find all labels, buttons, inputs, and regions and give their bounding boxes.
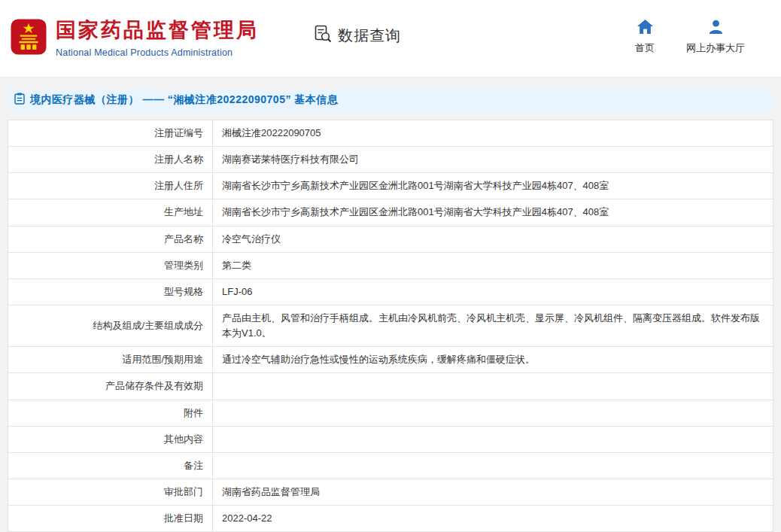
row-label: 适用范围/预期用途 bbox=[8, 347, 213, 373]
table-row: 产品储存条件及有效期 bbox=[8, 373, 773, 400]
table-row: 型号规格LFJ-06 bbox=[8, 278, 773, 305]
agency-name-en: National Medical Products Administration bbox=[56, 47, 259, 58]
row-label: 其他内容 bbox=[8, 426, 213, 452]
row-label: 生产地址 bbox=[8, 199, 213, 226]
row-value: 湖南赛诺莱特医疗科技有限公司 bbox=[213, 147, 773, 173]
row-value bbox=[213, 426, 773, 452]
row-value: 湖南省长沙市宁乡高新技术产业园区金洲北路001号湖南省大学科技产业园4栋407、… bbox=[213, 199, 773, 226]
row-value bbox=[213, 452, 773, 479]
agency-name-cn: 国家药品监督管理局 bbox=[56, 19, 259, 42]
data-query-link[interactable]: 数据查询 bbox=[313, 24, 401, 47]
row-value: 产品由主机、风管和治疗手柄组成。主机由冷风机前壳、冷风机主机壳、显示屏、冷风机组… bbox=[213, 305, 773, 346]
national-emblem-icon bbox=[11, 19, 47, 55]
info-table: 注册证编号湘械注准20222090705注册人名称湖南赛诺莱特医疗科技有限公司注… bbox=[8, 120, 773, 532]
row-label: 注册人名称 bbox=[8, 147, 213, 173]
table-row: 生产地址湖南省长沙市宁乡高新技术产业园区金洲北路001号湖南省大学科技产业园4栋… bbox=[8, 199, 773, 226]
page-title-bar: 境内医疗器械（注册） —— “湘械注准20222090705” 基本信息 bbox=[8, 90, 773, 111]
agency-brand: 国家药品监督管理局 National Medical Products Admi… bbox=[56, 19, 259, 57]
table-row: 注册证编号湘械注准20222090705 bbox=[8, 120, 773, 147]
home-icon bbox=[637, 20, 653, 37]
row-label: 产品名称 bbox=[8, 226, 213, 252]
row-label: 结构及组成/主要组成成分 bbox=[8, 305, 213, 346]
row-label: 注册证编号 bbox=[8, 120, 213, 147]
row-label: 备注 bbox=[8, 452, 213, 479]
row-value bbox=[213, 373, 773, 400]
row-label: 管理类别 bbox=[8, 252, 213, 278]
row-value bbox=[213, 400, 773, 426]
table-row: 结构及组成/主要组成成分产品由主机、风管和治疗手柄组成。主机由冷风机前壳、冷风机… bbox=[8, 305, 773, 346]
table-row: 其他内容 bbox=[8, 426, 773, 452]
main-content: 境内医疗器械（注册） —— “湘械注准20222090705” 基本信息 注册证… bbox=[0, 78, 781, 532]
row-value: 湘械注准20222090705 bbox=[213, 120, 773, 147]
site-header: 国家药品监督管理局 National Medical Products Admi… bbox=[0, 0, 781, 78]
table-row: 注册人名称湖南赛诺莱特医疗科技有限公司 bbox=[8, 147, 773, 173]
row-label: 审批部门 bbox=[8, 479, 213, 505]
row-label: 产品储存条件及有效期 bbox=[8, 373, 213, 400]
table-row: 备注 bbox=[8, 452, 773, 479]
table-row: 管理类别第二类 bbox=[8, 252, 773, 278]
table-row: 注册人住所湖南省长沙市宁乡高新技术产业园区金洲北路001号湖南省大学科技产业园4… bbox=[8, 173, 773, 199]
row-value: 湖南省药品监督管理局 bbox=[213, 479, 773, 505]
row-label: 型号规格 bbox=[8, 278, 213, 305]
row-label: 批准日期 bbox=[8, 506, 213, 532]
row-value: 冷空气治疗仪 bbox=[213, 226, 773, 252]
page-title: 境内医疗器械（注册） —— “湘械注准20222090705” 基本信息 bbox=[30, 93, 338, 107]
document-icon bbox=[14, 93, 25, 108]
data-query-icon bbox=[313, 24, 333, 47]
row-value: LFJ-06 bbox=[213, 278, 773, 305]
table-row: 审批部门湖南省药品监督管理局 bbox=[8, 479, 773, 505]
table-row: 附件 bbox=[8, 400, 773, 426]
table-row: 适用范围/预期用途通过冷空气辅助治疗急性或慢性的运动系统疾病，缓解疼痛和僵硬症状… bbox=[8, 347, 773, 373]
row-value: 第二类 bbox=[213, 252, 773, 278]
row-value: 通过冷空气辅助治疗急性或慢性的运动系统疾病，缓解疼痛和僵硬症状。 bbox=[213, 347, 773, 373]
table-row: 批准日期2022-04-22 bbox=[8, 506, 773, 532]
info-table-body: 注册证编号湘械注准20222090705注册人名称湖南赛诺莱特医疗科技有限公司注… bbox=[8, 120, 773, 532]
row-label: 注册人住所 bbox=[8, 173, 213, 199]
nav-item-service-hall[interactable]: 网上办事大厅 bbox=[686, 20, 745, 55]
nav-hall-label: 网上办事大厅 bbox=[686, 41, 745, 55]
table-row: 产品名称冷空气治疗仪 bbox=[8, 226, 773, 252]
row-value: 2022-04-22 bbox=[213, 506, 773, 532]
nav-home-label: 首页 bbox=[635, 41, 655, 55]
agency-logo bbox=[11, 19, 47, 58]
data-query-label: 数据查询 bbox=[338, 26, 401, 46]
user-icon bbox=[709, 20, 723, 37]
row-label: 附件 bbox=[8, 400, 213, 426]
header-nav: 首页 网上办事大厅 bbox=[635, 20, 745, 55]
nav-item-home[interactable]: 首页 bbox=[635, 20, 655, 55]
row-value: 湖南省长沙市宁乡高新技术产业园区金洲北路001号湖南省大学科技产业园4栋407、… bbox=[213, 173, 773, 199]
